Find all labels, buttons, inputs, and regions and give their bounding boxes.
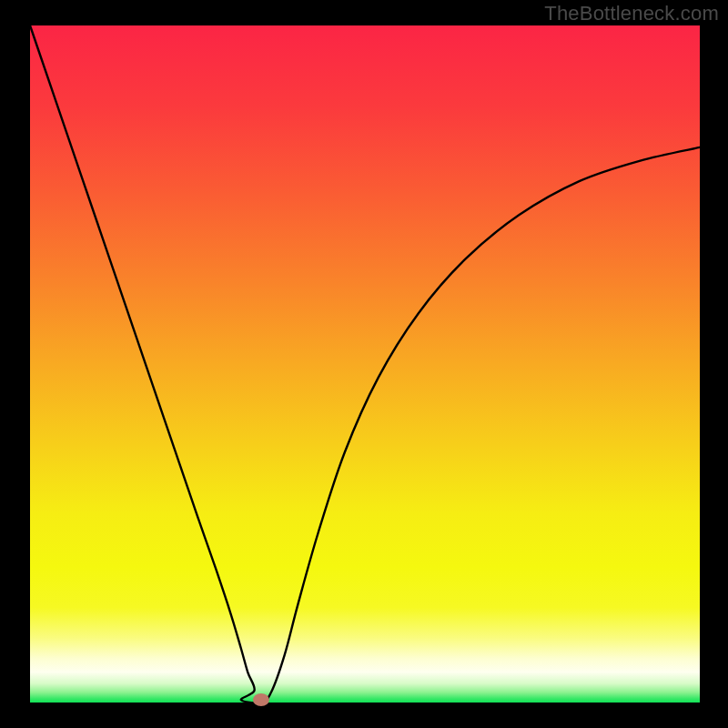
- chart-container: TheBottleneck.com: [0, 0, 728, 728]
- optimum-marker: [253, 693, 269, 706]
- watermark-text: TheBottleneck.com: [544, 2, 719, 25]
- plot-area: [30, 25, 700, 703]
- bottleneck-chart: [0, 0, 728, 728]
